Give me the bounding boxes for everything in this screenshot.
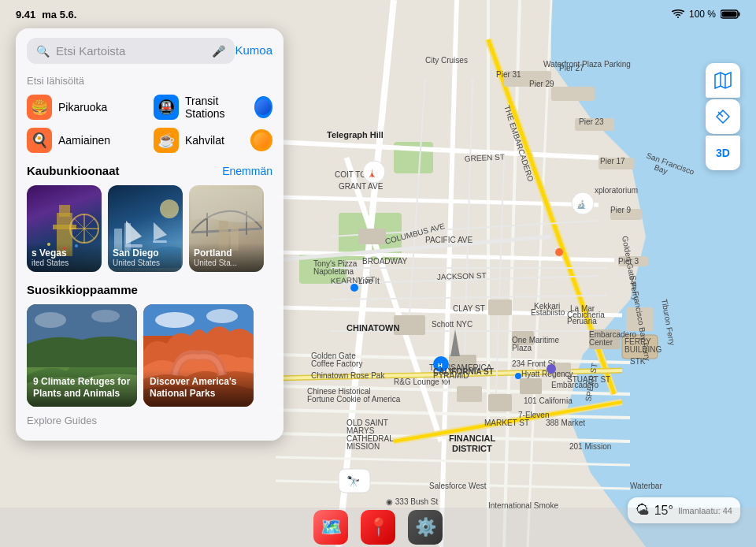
svg-text:Pier 23: Pier 23 [579,117,604,126]
svg-text:CHINATOWN: CHINATOWN [346,323,399,333]
svg-text:Pier 9: Pier 9 [610,206,632,214]
svg-rect-131 [739,13,740,17]
search-bar[interactable]: 🔍 Etsi Kartoista 🎤 [27,38,235,64]
svg-point-123 [350,284,358,292]
svg-text:Waterbar: Waterbar [630,482,662,490]
guide-climate-title: 9 Climate Refuges for Plants and Animals [33,376,131,400]
svg-text:201 Mission: 201 Mission [569,442,611,451]
svg-text:FINANCIAL: FINANCIAL [449,434,496,443]
svg-text:Waterfront Plaza Parking: Waterfront Plaza Parking [543,60,631,69]
svg-text:JACKSON ST: JACKSON ST [437,271,487,281]
search-panel: 🔍 Etsi Kartoista 🎤 Kumoa Etsi lähisöltä … [16,28,284,441]
coffee-label: Kahvilat [185,134,224,147]
nearby-section-title: Etsi lähisöltä [27,75,272,87]
breakfast-label: Aamiainen [58,134,110,147]
guide-national-parks-title: Discover America's National Parks [150,376,247,400]
city-card-vegas[interactable]: s Vegas ited States [27,185,102,272]
coffee-icon: ☕ [154,128,179,153]
status-time: 9.41 [16,9,35,20]
breakfast-icon: 🍳 [27,128,52,153]
svg-text:PACIFIC AVE: PACIFIC AVE [425,236,473,244]
cities-title: Kaubunkioonaat [27,164,120,177]
guide-card-national-parks[interactable]: Discover America's National Parks [143,304,254,407]
svg-point-91 [515,373,521,379]
guide-cards-container: 9 Climate Refuges for Plants and Animals [27,304,272,407]
dock-app-2[interactable]: 📍 [361,510,395,545]
svg-rect-132 [722,12,737,17]
category-grid: 🍔 Pikaruoka 🚇 Transit Stations 🍳 Aamiain… [27,95,272,153]
guide-card-climate[interactable]: 9 Climate Refuges for Plants and Animals [27,304,137,407]
guides-section-title: Suosikkioppaamme [27,283,272,296]
portland-country: United Sta... [194,259,259,267]
svg-rect-41 [520,378,542,394]
svg-text:🗼: 🗼 [367,168,377,178]
svg-text:🔬: 🔬 [576,199,587,210]
svg-text:Pier 17: Pier 17 [600,157,625,166]
svg-rect-28 [551,87,595,101]
svg-text:BROADWAY: BROADWAY [362,257,408,266]
svg-text:Schott NYC: Schott NYC [432,320,472,329]
map-type-button[interactable] [706,63,740,98]
category-coffee[interactable]: ☕ Kahvilat [154,128,272,153]
svg-text:xploratorium: xploratorium [595,186,638,195]
svg-text:101 California: 101 California [524,396,573,405]
svg-point-158 [91,310,120,322]
svg-text:CLAY ST: CLAY ST [453,304,485,313]
wifi-icon [672,9,684,19]
svg-text:🔭: 🔭 [346,475,361,489]
svg-point-157 [35,312,66,328]
vegas-country: ited States [32,259,97,267]
search-placeholder: Etsi Kartoista [56,44,206,58]
svg-text:Salesforce West: Salesforce West [429,482,487,490]
svg-text:Telegraph Hill: Telegraph Hill [327,130,384,140]
dock-app-3[interactable]: ⚙️ [408,510,443,545]
svg-text:Pier 31: Pier 31 [496,70,521,79]
status-bar: 9.41 ma 5.6. 100 % [0,0,756,28]
cancel-button[interactable]: Kumoa [235,43,272,57]
svg-point-122 [555,248,563,256]
cities-more-link[interactable]: Enemmän [222,165,272,177]
svg-text:Fortune Cookie of America: Fortune Cookie of America [307,395,401,404]
cities-section-header: Kaubunkioonaat Enemmän [27,164,272,177]
svg-text:Chinatown Rose Pak: Chinatown Rose Pak [311,371,385,380]
svg-rect-34 [358,229,386,244]
status-date: ma 5.6. [42,9,76,20]
svg-text:GRANT AVE: GRANT AVE [339,182,384,191]
svg-point-150 [160,199,179,218]
dock-app-1[interactable]: 🗺️ [313,510,348,545]
svg-rect-40 [488,394,512,411]
svg-text:DISTRICT: DISTRICT [452,444,492,453]
svg-text:Center: Center [589,338,613,347]
svg-text:Napoletana: Napoletana [313,267,354,276]
vegas-name: s Vegas [32,247,97,259]
svg-text:◉ 333 Bush St: ◉ 333 Bush St [386,497,438,506]
transit-icon: 🚇 [154,95,179,120]
3d-button[interactable]: 3D [706,136,740,170]
city-card-sandiego[interactable]: San Diego United States [108,185,183,272]
transit-label: Transit Stations [185,95,248,120]
svg-text:MISSION: MISSION [346,442,380,451]
svg-text:Plaza: Plaza [512,344,532,352]
sandiego-name: San Diego [113,247,178,259]
svg-text:City Cruises: City Cruises [425,56,468,65]
mic-icon[interactable]: 🎤 [212,45,225,58]
category-fastfood[interactable]: 🍔 Pikaruoka [27,95,146,120]
category-transit[interactable]: 🚇 Transit Stations [154,95,272,120]
location-button[interactable] [706,99,740,134]
fastfood-label: Pikaruoka [58,101,107,113]
svg-text:CALIFORNIA ST: CALIFORNIA ST [433,367,494,376]
explore-guides-label[interactable]: Explore Guides [27,415,272,426]
svg-point-161 [155,312,195,328]
svg-text:Coffee Factory: Coffee Factory [311,359,362,368]
fastfood-icon: 🍔 [27,95,52,120]
svg-text:MARKET ST: MARKET ST [484,419,529,427]
dock: 🗺️ 📍 ⚙️ [0,508,756,547]
battery-percent: 100 % [689,9,716,20]
search-icon: 🔍 [36,45,50,58]
svg-text:Live It: Live It [358,277,380,285]
city-card-portland[interactable]: Portland United Sta... [189,185,264,272]
category-breakfast[interactable]: 🍳 Aamiainen [27,128,146,153]
svg-text:Pier 29: Pier 29 [529,80,554,88]
city-cards-container: s Vegas ited States [27,185,272,272]
svg-rect-39 [457,386,482,402]
